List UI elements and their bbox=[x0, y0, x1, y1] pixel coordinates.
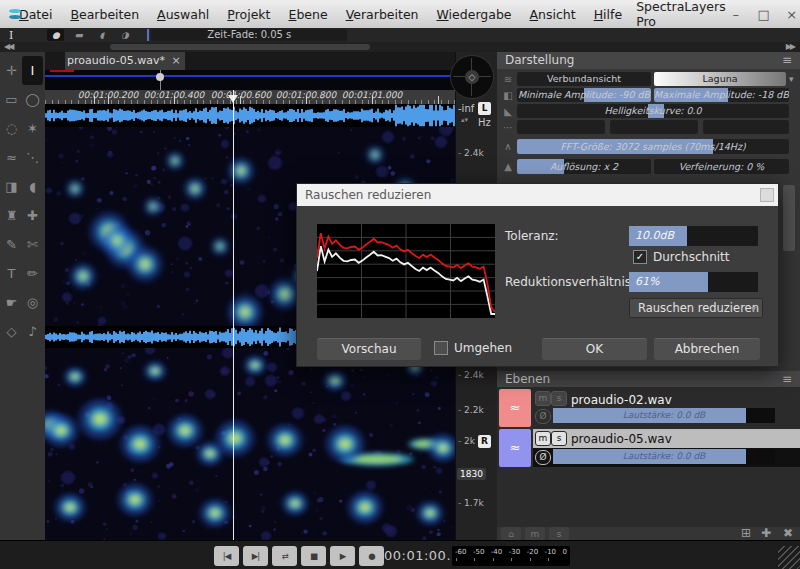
min-amplitude-slider[interactable]: Minimale Amplitude: -90 dB bbox=[517, 88, 651, 102]
fade-shape-round[interactable]: ● bbox=[47, 29, 64, 41]
layer-volume-slider[interactable]: Lautstärke: 0.0 dB bbox=[553, 408, 775, 423]
layer-name[interactable]: proaudio-05.wav bbox=[571, 432, 672, 446]
menu-item[interactable]: Hilfe bbox=[594, 7, 622, 22]
menu-item[interactable]: Projekt bbox=[227, 7, 270, 22]
ellipse-selection-tool[interactable]: ◌ bbox=[1, 114, 22, 143]
dialog-close-button[interactable] bbox=[760, 188, 774, 202]
go-to-end-button[interactable]: ▶| bbox=[243, 546, 268, 566]
eraser-tool[interactable]: ◨ bbox=[1, 172, 22, 201]
menu-item[interactable]: Bearbeiten bbox=[70, 7, 139, 22]
overview-cursor-knob[interactable] bbox=[156, 73, 164, 81]
layer-volume-slider[interactable]: Lautstärke: 0.0 dB bbox=[553, 449, 775, 464]
scrollbar-thumb[interactable] bbox=[110, 44, 370, 50]
collapse-right-icon[interactable]: ▶▶ bbox=[786, 42, 794, 52]
collapse-left-icon[interactable]: ◀◀ bbox=[4, 42, 12, 52]
fade-shape-half[interactable]: ◑ bbox=[116, 29, 133, 41]
waveform-left-channel[interactable] bbox=[45, 104, 455, 127]
display-option-button[interactable] bbox=[517, 120, 605, 134]
marker-tool[interactable]: ✎ bbox=[1, 230, 22, 259]
display-panel-menu-icon[interactable]: ≡ bbox=[782, 52, 792, 69]
layer-mute-button[interactable]: m bbox=[535, 391, 551, 406]
close-button[interactable]: × bbox=[782, 7, 800, 22]
layer-group-button[interactable]: ⌂ bbox=[501, 527, 521, 541]
menu-item[interactable]: Datei bbox=[19, 7, 52, 22]
max-amplitude-slider[interactable]: Maximale Amplitude: -18 dB bbox=[654, 88, 789, 102]
tolerance-field[interactable]: 10.0dB bbox=[629, 226, 758, 246]
layer-invert-button[interactable]: Ø bbox=[535, 409, 551, 424]
overview-navigation-strip[interactable] bbox=[45, 70, 455, 90]
cut-tool[interactable]: ✄ bbox=[22, 230, 43, 259]
horizontal-scrollbar[interactable]: ◀◀ ▶▶ bbox=[0, 42, 800, 52]
playback-tool[interactable]: ♪ bbox=[22, 317, 43, 346]
refinement-slider[interactable]: Verfeinerung: 0 % bbox=[654, 159, 789, 174]
layer-thumbnail[interactable]: ≈ bbox=[499, 389, 531, 427]
brush-selection-tool[interactable]: ≈ bbox=[1, 143, 22, 172]
frequency-selection-tool[interactable]: ⋱ bbox=[22, 143, 43, 172]
bypass-checkbox[interactable]: Umgehen bbox=[434, 341, 512, 355]
scale-stepper-icon[interactable]: ▴▾ bbox=[461, 116, 468, 124]
fade-shape-flat[interactable]: ▬ bbox=[70, 29, 87, 41]
global-solo-button[interactable]: s bbox=[549, 527, 569, 541]
average-checkbox[interactable]: ✓ Durchschnitt bbox=[633, 250, 730, 264]
text-tool[interactable]: T bbox=[1, 259, 22, 288]
frequency-label: 2.4k bbox=[458, 148, 484, 158]
layer-mute-button[interactable]: m bbox=[535, 431, 551, 446]
layer-thumbnail[interactable]: ≈ bbox=[499, 429, 531, 467]
display-option-button[interactable] bbox=[703, 120, 789, 134]
resolution-slider[interactable]: Auflösung: x 2 bbox=[517, 159, 651, 174]
fade-shape-left[interactable]: ◖ bbox=[93, 29, 110, 41]
preview-button[interactable]: Vorschau bbox=[317, 338, 421, 360]
minimize-button[interactable]: – bbox=[726, 7, 746, 22]
global-mute-button[interactable]: m bbox=[525, 527, 545, 541]
magic-wand-tool[interactable]: ✶ bbox=[22, 114, 43, 143]
panel-scrollbar-thumb[interactable] bbox=[783, 185, 795, 251]
stamp-tool[interactable]: ♜ bbox=[1, 201, 22, 230]
new-layer-icon[interactable]: ✚ bbox=[761, 526, 771, 540]
cancel-button[interactable]: Abbrechen bbox=[654, 338, 760, 360]
layer-invert-button[interactable]: Ø bbox=[535, 450, 551, 465]
delete-layer-icon[interactable]: ✖ bbox=[783, 526, 793, 540]
transform-tool[interactable]: ✛ bbox=[1, 56, 22, 85]
ok-button[interactable]: OK bbox=[542, 338, 647, 360]
stop-button[interactable]: ■ bbox=[301, 546, 326, 566]
menu-item[interactable]: Wiedergabe bbox=[437, 7, 512, 22]
fft-size-slider[interactable]: FFT-Größe: 3072 samples (70ms/14Hz) bbox=[517, 139, 789, 154]
composite-view-button[interactable]: Verbundansicht bbox=[517, 72, 651, 86]
hand-tool[interactable]: ☛ bbox=[1, 288, 22, 317]
heal-tool[interactable]: ✚ bbox=[22, 201, 43, 230]
time-ruler[interactable]: 00:01:00.20000:01:00.40000:01:00.60000:0… bbox=[45, 90, 455, 104]
colormap-select[interactable]: Laguna bbox=[654, 72, 786, 86]
orbit-control[interactable]: ◇ bbox=[450, 55, 494, 99]
time-fade-field[interactable]: Zeit-Fade: 0.05 s bbox=[151, 29, 347, 41]
go-to-start-button[interactable]: |◀ bbox=[214, 546, 239, 566]
new-group-icon[interactable]: ⊞ bbox=[741, 526, 751, 540]
rectangle-selection-tool[interactable]: ▭ bbox=[1, 85, 22, 114]
menu-item[interactable]: Auswahl bbox=[157, 7, 209, 22]
layers-panel-menu-icon[interactable]: ≡ bbox=[782, 371, 792, 387]
play-button[interactable]: ▶ bbox=[330, 546, 355, 566]
colormap-chevron-icon[interactable]: ▾ bbox=[789, 74, 794, 84]
layer-solo-button[interactable]: s bbox=[551, 391, 567, 406]
document-tab[interactable]: proaudio-05.wav* × bbox=[65, 52, 185, 70]
layer-name[interactable]: proaudio-02.wav bbox=[571, 393, 672, 407]
time-selection-tool[interactable]: I bbox=[22, 56, 43, 85]
reduction-ratio-field[interactable]: 61% bbox=[629, 272, 758, 292]
window-resize-grip[interactable] bbox=[778, 546, 800, 569]
attenuate-tool[interactable]: ◖ bbox=[22, 172, 43, 201]
display-option-button[interactable] bbox=[610, 120, 698, 134]
menu-item[interactable]: Verarbeiten bbox=[346, 7, 419, 22]
menu-item[interactable]: Ebene bbox=[289, 7, 328, 22]
pencil-tool[interactable]: ✏ bbox=[22, 259, 43, 288]
tab-close-icon[interactable]: × bbox=[167, 52, 185, 70]
maximize-button[interactable]: □ bbox=[754, 7, 774, 22]
lasso-selection-tool[interactable]: ◯ bbox=[22, 85, 43, 114]
zoom-tool[interactable]: ◎ bbox=[22, 288, 43, 317]
record-button[interactable]: ● bbox=[359, 546, 384, 566]
loop-button[interactable]: ⇄ bbox=[272, 546, 297, 566]
spectrogram-right-channel[interactable] bbox=[45, 348, 455, 540]
brightness-curve-slider[interactable]: Helligkeitskurve: 0.0 bbox=[517, 104, 789, 118]
mode-dropdown[interactable]: Rauschen reduzieren ▾ bbox=[629, 298, 763, 318]
layer-solo-button[interactable]: s bbox=[551, 431, 567, 446]
menu-item[interactable]: Ansicht bbox=[530, 7, 576, 22]
orbit-3d-tool[interactable]: ◇ bbox=[1, 317, 22, 346]
